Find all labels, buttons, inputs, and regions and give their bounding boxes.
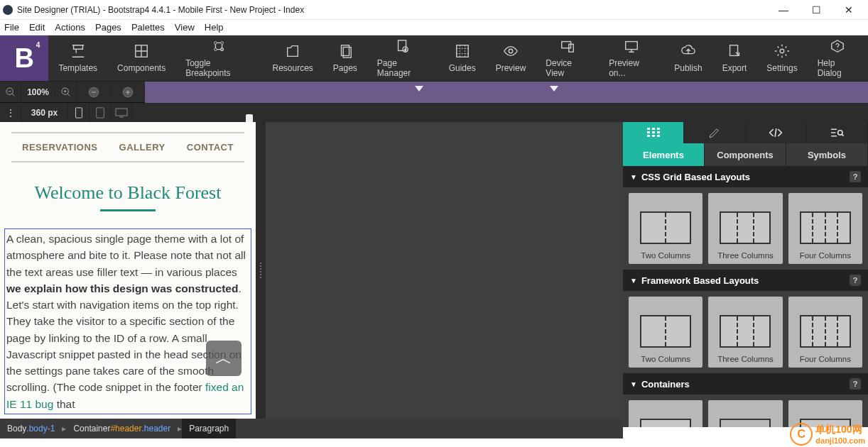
export-button[interactable]: Export bbox=[712, 35, 757, 81]
layout-tab[interactable] bbox=[623, 122, 684, 143]
svg-rect-24 bbox=[652, 128, 655, 130]
svg-point-8 bbox=[403, 47, 408, 52]
tablet-view-button[interactable] bbox=[89, 103, 111, 123]
help-icon[interactable]: ? bbox=[850, 275, 861, 286]
page-manager-button[interactable]: Page Manager bbox=[367, 35, 439, 81]
canvas-resize-handle[interactable] bbox=[256, 122, 266, 419]
scroll-top-button[interactable]: ︿ bbox=[206, 341, 242, 376]
svg-rect-20 bbox=[75, 107, 82, 117]
card-four-columns-fw[interactable]: Four Columns bbox=[788, 297, 862, 368]
breakpoint-marker-icon bbox=[415, 86, 423, 92]
svg-point-16 bbox=[6, 88, 13, 94]
card-three-columns-fw[interactable]: Three Columns bbox=[708, 297, 782, 368]
settings-button[interactable]: Settings bbox=[756, 35, 807, 81]
card-two-columns[interactable]: Two Columns bbox=[629, 193, 702, 264]
window-title: Site Designer (TRIAL) - Bootstrap4 4.4.1… bbox=[17, 5, 767, 15]
menu-edit[interactable]: Edit bbox=[29, 22, 45, 33]
section-css-grid[interactable]: ▼CSS Grid Based Layouts? bbox=[623, 166, 868, 187]
zoom-in-button[interactable] bbox=[55, 82, 77, 103]
nav-contact[interactable]: CONTACT bbox=[187, 142, 234, 153]
menu-help[interactable]: Help bbox=[205, 22, 224, 33]
canvas-width[interactable]: 360 px bbox=[21, 103, 68, 123]
svg-point-1 bbox=[215, 42, 217, 45]
device-view-button[interactable]: Device View bbox=[536, 35, 599, 81]
svg-rect-13 bbox=[626, 42, 638, 50]
mobile-view-button[interactable] bbox=[68, 103, 89, 123]
toggle-breakpoints-button[interactable]: Toggle Breakpoints bbox=[175, 35, 262, 81]
resources-button[interactable]: Resources bbox=[262, 35, 322, 81]
svg-rect-25 bbox=[657, 128, 660, 130]
svg-rect-30 bbox=[652, 135, 655, 137]
section-framework[interactable]: ▼Framework Based Layouts? bbox=[623, 270, 868, 291]
svg-rect-26 bbox=[647, 131, 650, 133]
pages-button[interactable]: Pages bbox=[323, 35, 367, 81]
tab-symbols[interactable]: Symbols bbox=[786, 143, 868, 166]
menu-actions[interactable]: Actions bbox=[55, 22, 85, 33]
breadcrumb: Body.body-1▸ Container#header.header▸ Pa… bbox=[0, 419, 623, 438]
menu-palettes[interactable]: Palettes bbox=[131, 22, 165, 33]
svg-point-3 bbox=[215, 48, 217, 51]
card-container-div[interactable]: ContainerDiv bbox=[629, 400, 702, 427]
section-containers[interactable]: ▼Containers? bbox=[623, 373, 868, 394]
svg-point-15 bbox=[780, 49, 784, 53]
svg-point-19 bbox=[123, 87, 133, 97]
guides-button[interactable]: Guides bbox=[439, 35, 486, 81]
svg-rect-0 bbox=[136, 45, 148, 57]
svg-rect-28 bbox=[657, 131, 660, 133]
nav-gallery[interactable]: GALLERY bbox=[119, 142, 166, 153]
crumb-paragraph[interactable]: Paragraph bbox=[182, 419, 236, 438]
breakpoint-marker-icon bbox=[550, 86, 558, 92]
main-toolbar: B4 Templates Components Toggle Breakpoin… bbox=[0, 35, 868, 81]
card-two-columns-fw[interactable]: Two Columns bbox=[629, 297, 702, 368]
svg-rect-7 bbox=[398, 40, 406, 51]
preview-button[interactable]: Preview bbox=[486, 35, 536, 81]
card-three-columns[interactable]: Three Columns bbox=[708, 193, 782, 264]
maximize-button[interactable]: ☐ bbox=[800, 0, 832, 20]
tab-elements[interactable]: Elements bbox=[623, 143, 705, 166]
paragraph-text: A clean, spacious single page theme with… bbox=[6, 233, 246, 278]
menu-view[interactable]: View bbox=[175, 22, 195, 33]
crumb-container[interactable]: Container#header.header bbox=[66, 419, 178, 438]
card-html-element[interactable]: </>HTMLHTML Element bbox=[708, 400, 782, 427]
svg-rect-11 bbox=[562, 42, 571, 48]
tab-components[interactable]: Components bbox=[705, 143, 786, 166]
search-tab[interactable] bbox=[807, 122, 868, 143]
menu-file[interactable]: File bbox=[4, 22, 19, 33]
svg-rect-23 bbox=[647, 128, 650, 130]
menu-pages[interactable]: Pages bbox=[95, 22, 121, 33]
page-heading[interactable]: Welcome to Black Forest bbox=[4, 182, 251, 204]
help-icon[interactable]: ? bbox=[850, 378, 861, 390]
svg-rect-9 bbox=[456, 45, 468, 57]
crumb-body[interactable]: Body.body-1 bbox=[0, 419, 62, 438]
svg-rect-14 bbox=[730, 45, 738, 56]
templates-button[interactable]: Templates bbox=[48, 35, 107, 81]
zoom-value[interactable]: 100% bbox=[21, 87, 55, 97]
width-menu-icon[interactable]: ⋮ bbox=[0, 103, 21, 123]
zoom-plus-button[interactable] bbox=[111, 86, 145, 99]
components-button[interactable]: Components bbox=[107, 35, 175, 81]
preview-on-button[interactable]: Preview on... bbox=[599, 35, 664, 81]
paragraph-text: that bbox=[53, 398, 75, 410]
design-canvas[interactable]: RESERVATIONS GALLERY CONTACT Welcome to … bbox=[0, 122, 256, 419]
card-four-columns[interactable]: Four Columns bbox=[788, 193, 862, 264]
nav-reservations[interactable]: RESERVATIONS bbox=[22, 142, 97, 153]
width-bar: ⋮ 360 px bbox=[0, 102, 868, 122]
desktop-view-button[interactable] bbox=[111, 103, 132, 123]
breakpoint-track[interactable] bbox=[145, 82, 868, 103]
publish-button[interactable]: Publish bbox=[664, 35, 712, 81]
minimize-button[interactable]: — bbox=[767, 0, 800, 20]
canvas-empty-area bbox=[266, 122, 623, 419]
heading-underline bbox=[100, 209, 156, 211]
close-button[interactable]: ✕ bbox=[832, 0, 865, 20]
code-tab[interactable] bbox=[746, 122, 807, 143]
svg-point-10 bbox=[509, 49, 513, 53]
selected-paragraph[interactable]: A clean, spacious single page theme with… bbox=[4, 228, 251, 414]
help-dialog-button[interactable]: Help Dialog bbox=[808, 35, 868, 81]
help-icon[interactable]: ? bbox=[850, 171, 861, 182]
zoom-minus-button[interactable] bbox=[77, 86, 111, 99]
menu-bar: File Edit Actions Pages Palettes View He… bbox=[0, 20, 868, 35]
svg-rect-5 bbox=[341, 45, 349, 56]
zoom-out-button[interactable] bbox=[0, 82, 21, 103]
style-tab[interactable] bbox=[684, 122, 745, 143]
svg-point-18 bbox=[89, 87, 99, 97]
